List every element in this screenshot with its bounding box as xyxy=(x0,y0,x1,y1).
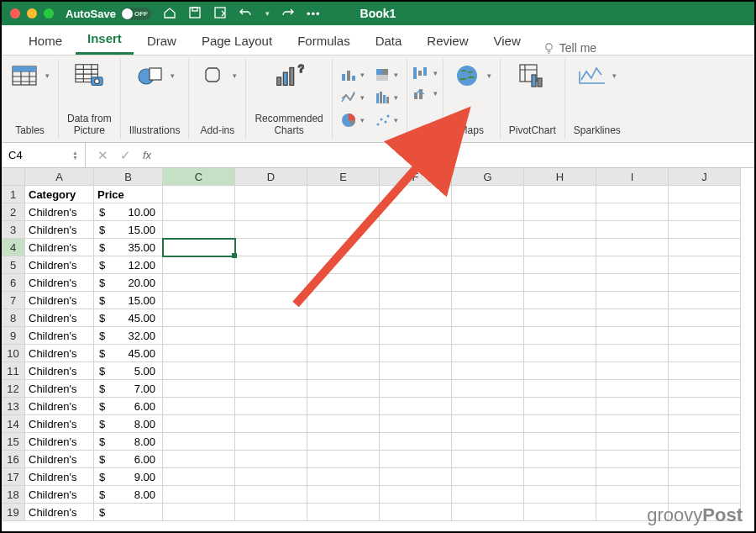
cell[interactable] xyxy=(596,433,669,451)
cell[interactable] xyxy=(307,186,380,203)
cell[interactable] xyxy=(596,398,669,415)
cell[interactable] xyxy=(524,239,596,256)
cell[interactable] xyxy=(669,292,741,309)
cell[interactable] xyxy=(307,256,380,274)
cell[interactable] xyxy=(163,345,235,362)
cell[interactable] xyxy=(235,186,307,203)
cell[interactable] xyxy=(307,203,380,221)
cell[interactable]: Children's xyxy=(25,398,94,415)
cell[interactable] xyxy=(235,362,307,380)
cell[interactable] xyxy=(524,327,596,345)
cell[interactable] xyxy=(452,292,524,309)
cell[interactable] xyxy=(307,327,380,345)
cancel-formula-icon[interactable]: ✕ xyxy=(97,148,108,163)
cell[interactable] xyxy=(452,274,524,292)
cell[interactable] xyxy=(307,345,380,362)
cell[interactable] xyxy=(163,468,235,486)
cell[interactable] xyxy=(596,327,669,345)
cell[interactable] xyxy=(235,486,307,504)
cell[interactable] xyxy=(163,504,235,521)
cell[interactable] xyxy=(307,504,380,521)
spreadsheet-grid[interactable]: A B C D E F G H I J 1CategoryPrice2Child… xyxy=(2,168,754,521)
cell[interactable] xyxy=(669,486,741,504)
cell[interactable]: Children's xyxy=(25,292,94,309)
cell[interactable] xyxy=(380,362,452,380)
cell[interactable] xyxy=(163,433,235,451)
cell[interactable] xyxy=(669,398,741,415)
combo-chart-button[interactable]: ▾ xyxy=(412,86,438,101)
cell[interactable] xyxy=(669,345,741,362)
cell[interactable] xyxy=(307,292,380,309)
cell[interactable] xyxy=(307,239,380,256)
cell[interactable] xyxy=(163,221,235,239)
cell[interactable]: Children's xyxy=(25,309,94,327)
cell[interactable] xyxy=(452,415,524,433)
cell[interactable]: Children's xyxy=(25,256,94,274)
tab-home[interactable]: Home xyxy=(17,27,74,55)
cell[interactable] xyxy=(596,309,669,327)
cell[interactable]: $10.00 xyxy=(94,203,163,221)
cell[interactable] xyxy=(669,415,741,433)
redo-icon[interactable] xyxy=(281,6,295,22)
cell[interactable]: $6.00 xyxy=(94,398,163,415)
cell[interactable] xyxy=(307,274,380,292)
cell[interactable] xyxy=(380,274,452,292)
cell[interactable]: Children's xyxy=(25,415,94,433)
cell[interactable] xyxy=(669,239,741,256)
cell[interactable] xyxy=(452,468,524,486)
cell[interactable] xyxy=(307,362,380,380)
cell[interactable] xyxy=(307,221,380,239)
cell[interactable] xyxy=(669,186,741,203)
maps-group[interactable]: ▾ Maps xyxy=(444,59,501,139)
autosave-toggle[interactable]: AutoSave OFF xyxy=(66,8,151,20)
minimize-window-icon[interactable] xyxy=(27,8,37,18)
cell[interactable] xyxy=(452,309,524,327)
tab-insert[interactable]: Insert xyxy=(76,24,134,55)
cell[interactable] xyxy=(163,309,235,327)
cell[interactable]: $15.00 xyxy=(94,221,163,239)
cell[interactable] xyxy=(524,380,596,398)
cell[interactable]: $35.00 xyxy=(94,239,163,256)
cell[interactable] xyxy=(235,239,307,256)
cell[interactable] xyxy=(596,292,669,309)
hierarchy-chart-button[interactable]: ▾ xyxy=(371,64,402,85)
cell[interactable] xyxy=(380,468,452,486)
tab-review[interactable]: Review xyxy=(415,27,480,55)
col-header-C[interactable]: C xyxy=(163,168,235,186)
undo-icon[interactable] xyxy=(239,6,252,22)
cell[interactable] xyxy=(235,327,307,345)
cell[interactable] xyxy=(380,504,452,521)
row-header[interactable]: 4 xyxy=(2,239,25,256)
cell[interactable] xyxy=(307,415,380,433)
cell[interactable] xyxy=(596,186,669,203)
cell[interactable] xyxy=(452,433,524,451)
addins-group[interactable]: ▾ Add-ins xyxy=(189,59,246,139)
name-box[interactable]: C4 ▲▼ xyxy=(2,143,86,167)
col-header-E[interactable]: E xyxy=(307,168,380,186)
cell[interactable] xyxy=(380,451,452,468)
cell[interactable]: $6.00 xyxy=(94,451,163,468)
col-header-F[interactable]: F xyxy=(380,168,452,186)
col-header-H[interactable]: H xyxy=(524,168,596,186)
cell[interactable]: $15.00 xyxy=(94,292,163,309)
cell[interactable] xyxy=(163,239,235,256)
cell[interactable] xyxy=(452,256,524,274)
cell[interactable]: $32.00 xyxy=(94,327,163,345)
cell[interactable]: Children's xyxy=(25,380,94,398)
cell[interactable]: Children's xyxy=(25,433,94,451)
cell[interactable] xyxy=(669,327,741,345)
enter-formula-icon[interactable]: ✓ xyxy=(120,148,131,163)
cell[interactable] xyxy=(163,327,235,345)
cell[interactable]: Children's xyxy=(25,451,94,468)
cell[interactable] xyxy=(235,433,307,451)
close-window-icon[interactable] xyxy=(10,8,20,18)
cell[interactable]: Children's xyxy=(25,362,94,380)
pie-chart-button[interactable]: ▾ xyxy=(338,109,368,130)
cell[interactable] xyxy=(380,486,452,504)
cell[interactable] xyxy=(524,345,596,362)
row-header[interactable]: 16 xyxy=(2,451,25,468)
row-header[interactable]: 5 xyxy=(2,256,25,274)
illustrations-dropdown-icon[interactable]: ▾ xyxy=(171,71,175,80)
cell[interactable]: $45.00 xyxy=(94,309,163,327)
cell[interactable] xyxy=(163,203,235,221)
